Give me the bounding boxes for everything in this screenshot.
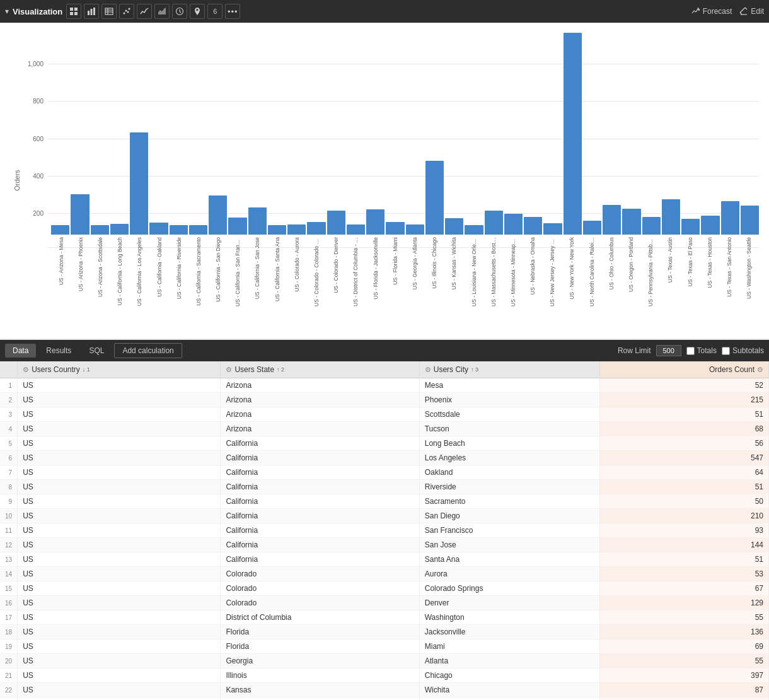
bar-wrapper[interactable] xyxy=(110,33,129,235)
table-body: 1USArizonaMesa522USArizonaPhoenix2153USA… xyxy=(0,378,769,701)
x-label-text: US - California - Riverside xyxy=(176,237,182,299)
row-number: 19 xyxy=(0,639,18,654)
bar xyxy=(130,132,148,235)
cell-country: US xyxy=(18,378,221,393)
number-6-icon[interactable]: 6 xyxy=(207,4,223,19)
subtotals-checkbox[interactable] xyxy=(722,347,730,355)
cell-orders: 68 xyxy=(599,422,768,436)
country-gear-icon[interactable]: ⚙ xyxy=(23,366,29,374)
bar-wrapper[interactable] xyxy=(130,33,148,235)
tab-sql[interactable]: SQL xyxy=(81,344,112,358)
bar-wrapper[interactable] xyxy=(209,33,227,235)
svg-rect-7 xyxy=(105,8,113,15)
scatter-icon[interactable] xyxy=(119,4,134,19)
x-label-item: US - Ohio - Columbus xyxy=(601,237,621,289)
cell-country: US xyxy=(18,509,221,523)
bar-wrapper[interactable] xyxy=(307,33,325,235)
x-label-text: US - California - Oakland xyxy=(156,237,163,296)
bar-wrapper[interactable] xyxy=(465,33,483,235)
totals-label: Totals xyxy=(697,346,717,355)
bar-wrapper[interactable] xyxy=(228,33,246,235)
cell-orders: 56 xyxy=(599,436,768,451)
bar-wrapper[interactable] xyxy=(248,33,267,235)
more-icon[interactable]: ••• xyxy=(225,4,240,19)
tab-add-calculation[interactable]: Add calculation xyxy=(114,343,182,358)
tab-results[interactable]: Results xyxy=(38,344,79,358)
bar-wrapper[interactable] xyxy=(386,33,404,235)
x-label-text: US - California - Sacramento xyxy=(195,237,202,306)
edit-button[interactable]: Edit xyxy=(739,7,764,16)
bar-wrapper[interactable] xyxy=(425,33,444,235)
row-number: 12 xyxy=(0,538,18,552)
bar-wrapper[interactable] xyxy=(504,33,523,235)
bar-wrapper[interactable] xyxy=(51,33,69,235)
x-label-item: US - California - Riverside xyxy=(169,237,188,299)
bar-wrapper[interactable] xyxy=(622,33,640,235)
x-label-text: US - Minnesota - Minneapolis xyxy=(510,237,516,306)
bar-wrapper[interactable] xyxy=(564,33,582,235)
cell-city: Sacramento xyxy=(419,494,599,509)
city-gear-icon[interactable]: ⚙ xyxy=(425,366,431,374)
bar-wrapper[interactable] xyxy=(170,33,188,235)
state-gear-icon[interactable]: ⚙ xyxy=(226,366,232,374)
visualization-dropdown-icon[interactable]: ▾ xyxy=(5,7,9,16)
bar-wrapper[interactable] xyxy=(721,33,739,235)
bar-wrapper[interactable] xyxy=(701,33,719,235)
cell-city: Long Beach xyxy=(419,436,599,451)
table-icon[interactable] xyxy=(66,4,81,19)
bar-chart-icon[interactable] xyxy=(84,4,99,19)
cell-state: Arizona xyxy=(221,422,419,436)
x-label-text: US - Arizona - Mesa xyxy=(58,237,64,285)
bar-wrapper[interactable] xyxy=(189,33,207,235)
bar-wrapper[interactable] xyxy=(543,33,562,235)
bar xyxy=(189,225,207,235)
row-number: 1 xyxy=(0,378,18,393)
bar-wrapper[interactable] xyxy=(149,33,168,235)
tab-data[interactable]: Data xyxy=(5,344,36,358)
bar-wrapper[interactable] xyxy=(347,33,365,235)
row-limit-input[interactable] xyxy=(656,345,681,356)
bar-wrapper[interactable] xyxy=(603,33,621,235)
th-orders[interactable]: Orders Count ⚙ xyxy=(599,361,768,378)
bar-wrapper[interactable] xyxy=(71,33,89,235)
bar-wrapper[interactable] xyxy=(485,33,503,235)
th-orders-label: Orders Count xyxy=(709,365,755,374)
cell-city: Los Angeles xyxy=(419,451,599,465)
th-state[interactable]: ⚙ Users State ↑ 2 xyxy=(221,361,419,378)
bar-wrapper[interactable] xyxy=(583,33,601,235)
map-pin-icon[interactable] xyxy=(190,4,205,19)
cell-city: Jacksonville xyxy=(419,625,599,639)
bar-wrapper[interactable] xyxy=(287,33,306,235)
th-city[interactable]: ⚙ Users City ↑ 3 xyxy=(419,361,599,378)
bar-wrapper[interactable] xyxy=(524,33,542,235)
cell-orders: 55 xyxy=(599,654,768,668)
totals-checkbox[interactable] xyxy=(686,347,695,355)
totals-checkbox-label[interactable]: Totals xyxy=(686,346,717,355)
subtotals-checkbox-label[interactable]: Subtotals xyxy=(722,346,764,355)
orders-gear-icon[interactable]: ⚙ xyxy=(757,366,763,374)
line-chart-icon[interactable] xyxy=(137,4,152,19)
bar-wrapper[interactable] xyxy=(268,33,286,235)
table-alt-icon[interactable] xyxy=(101,4,117,19)
bar-wrapper[interactable] xyxy=(642,33,661,235)
cell-orders: 136 xyxy=(599,625,768,639)
area-chart-icon[interactable] xyxy=(154,4,170,19)
bar xyxy=(524,217,542,235)
bar-wrapper[interactable] xyxy=(91,33,109,235)
bar-wrapper[interactable] xyxy=(741,33,759,235)
bar-wrapper[interactable] xyxy=(366,33,384,235)
bar-wrapper[interactable] xyxy=(445,33,463,235)
forecast-button[interactable]: Forecast xyxy=(691,7,732,16)
table-row: 21USIllinoisChicago397 xyxy=(0,668,769,683)
subtotals-label: Subtotals xyxy=(732,346,764,355)
bar-wrapper[interactable] xyxy=(662,33,680,235)
bar-wrapper[interactable] xyxy=(681,33,700,235)
cell-state: California xyxy=(221,523,419,538)
bar-wrapper[interactable] xyxy=(406,33,424,235)
bars-container xyxy=(51,33,759,235)
clock-icon[interactable] xyxy=(172,4,187,19)
bar-wrapper[interactable] xyxy=(327,33,345,235)
cell-state: Louisiana xyxy=(221,697,419,701)
th-country[interactable]: ⚙ Users Country ↓ 1 xyxy=(18,361,221,378)
toolbar-right: Forecast Edit xyxy=(691,7,764,16)
